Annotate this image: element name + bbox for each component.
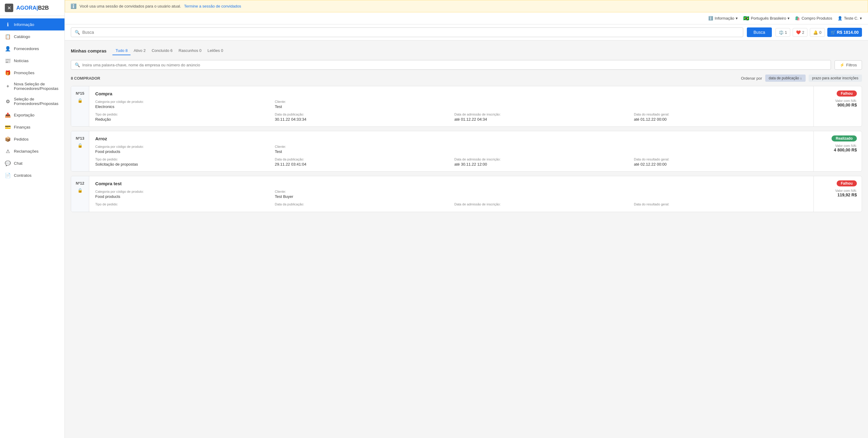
value-amount-p12: 119,92 R$ [835, 193, 857, 197]
chevron-down-icon: ▾ [787, 16, 789, 21]
sidebar-item-noticias[interactable]: 📰 Notícias [0, 55, 64, 67]
card-fields-p13: Categoria por código de produto: Food pr… [95, 145, 807, 167]
sidebar-label-catalogo: Catálogo [14, 34, 30, 39]
end-session-link[interactable]: Termine a sessão de convidados [184, 4, 241, 8]
main-content: ℹ️ Você usa uma sessão de convidados par… [65, 0, 868, 438]
purchase-card-p12[interactable]: Nº12 🔒 Compra test Categoria por código … [71, 176, 862, 212]
sidebar-item-chat[interactable]: 💬 Chat [0, 157, 64, 169]
user-menu[interactable]: 👤 Teste C. ▾ [838, 16, 862, 21]
sidebar-label-promocoes: Promoções [14, 70, 34, 75]
info-menu[interactable]: ℹ️ Informação ▾ [708, 16, 738, 21]
tab-tudo[interactable]: Tudo 8 [113, 47, 130, 55]
tab-leiloes[interactable]: Leilões 0 [204, 47, 226, 55]
sidebar-icon-contratos: 📄 [5, 172, 11, 178]
search-bar-area: 🔍 Busca ⚖️ 1 ❤️ 2 🔔 0 🛒 R$ 1814.00 [65, 24, 868, 40]
sidebar-icon-fornecedores: 👤 [5, 46, 11, 52]
card-title-p13: Arroz [95, 136, 807, 141]
sidebar-item-pedidos[interactable]: 📦 Pedidos [0, 133, 64, 145]
notifications-button[interactable]: 🔔 0 [810, 28, 825, 37]
sidebar-nav: ℹ Informação 📋 Catálogo 👤 Fornecedores 📰… [0, 16, 64, 438]
filter-button-label: Filtros [846, 63, 857, 67]
card-title-p15: Compra [95, 91, 807, 96]
card-left-p13: Nº13 🔒 [71, 131, 89, 171]
sidebar-icon-exportacao: 📤 [5, 112, 11, 118]
sort-deadline-button[interactable]: prazo para aceitar inscrições [809, 75, 862, 82]
content-area: Minhas compras Tudo 8Ativo 2Concluído 6R… [65, 40, 868, 438]
compare-button[interactable]: ⚖️ 1 [775, 28, 790, 37]
sidebar-item-contratos[interactable]: 📄 Contratos [0, 169, 64, 181]
purchase-card-p15[interactable]: Nº15 🔒 Compra Categoria por código de pr… [71, 86, 862, 127]
value-section-p12: Valor com IVA: 119,92 R$ [835, 189, 857, 197]
user-icon: 👤 [838, 16, 842, 21]
lock-icon-p13: 🔒 [78, 143, 83, 148]
tab-ativo[interactable]: Ativo 2 [130, 47, 149, 55]
client-field-p15: Cliente: Test [275, 100, 448, 109]
client-field-p12: Cliente: Test Buyer [275, 190, 448, 199]
favorites-button[interactable]: ❤️ 2 [793, 28, 807, 37]
pub-date-field-p12: Data da publicação: [275, 202, 448, 207]
category-field-p12: Categoria por código de produto: Food pr… [95, 190, 269, 199]
sidebar-item-reclamacoes[interactable]: ⚠ Reclamações [0, 145, 64, 157]
bell-icon: 🔔 [813, 30, 818, 35]
client-field-p13: Cliente: Test [275, 145, 448, 154]
sidebar-icon-selecao: ⚙ [5, 98, 11, 105]
card-number-p12: Nº12 [76, 181, 84, 185]
sidebar-icon-informacao: ℹ [5, 22, 11, 27]
results-header: 8 COMPRADOR Ordenar por data de publicaç… [71, 75, 862, 82]
value-label-p12: Valor com IVA: [835, 189, 857, 193]
tab-rascunhos[interactable]: Rascunhos 0 [176, 47, 205, 55]
filter-search-icon: 🔍 [75, 62, 80, 67]
sidebar-label-nova-selecao: Nova Seleção de Fornecedores/Propostas [14, 82, 60, 91]
sidebar-label-informacao: Informação [14, 22, 34, 27]
purchase-card-p13[interactable]: Nº13 🔒 Arroz Categoria por código de pro… [71, 131, 862, 172]
sidebar-label-financas: Finanças [14, 125, 30, 129]
sidebar-item-selecao[interactable]: ⚙ Seleção de Fornecedores/Propostas [0, 94, 64, 109]
sidebar-item-exportacao[interactable]: 📤 Exportação [0, 109, 64, 121]
sort-publication-date-button[interactable]: data de publicação ↓ [765, 75, 806, 82]
sidebar-icon-reclamacoes: ⚠ [5, 148, 11, 154]
value-amount-p13: 4 800,00 R$ [834, 147, 857, 152]
tabs-row: Minhas compras Tudo 8Ativo 2Concluído 6R… [71, 47, 862, 55]
sidebar-label-chat: Chat [14, 161, 23, 166]
sidebar-item-catalogo[interactable]: 📋 Catálogo [0, 30, 64, 42]
sidebar-header: ✕ AGORA|B2B [0, 0, 64, 16]
filter-icon: ⚡ [840, 63, 844, 67]
shop-menu[interactable]: 🛍️ Compro Produtos [795, 16, 832, 21]
card-body-p15: Compra Categoria por código de produto: … [89, 86, 813, 126]
value-section-p13: Valor com IVA: 4 800,00 R$ [834, 144, 857, 152]
admission-field-p15: Data de admissão de inscrição: até 01.12… [455, 113, 628, 122]
language-label: Português Brasileiro [751, 16, 786, 21]
sidebar-icon-financas: 💳 [5, 124, 11, 130]
filter-button[interactable]: ⚡ Filtros [835, 60, 862, 70]
cart-button[interactable]: 🛒 R$ 1814.00 [827, 28, 862, 37]
lock-icon-p12: 🔒 [78, 188, 83, 193]
sidebar-item-financas[interactable]: 💳 Finanças [0, 121, 64, 133]
search-button[interactable]: Busca [747, 27, 772, 37]
sidebar-label-contratos: Contratos [14, 173, 32, 178]
filter-search-row: 🔍 ⚡ Filtros [71, 60, 862, 70]
sidebar-item-fornecedores[interactable]: 👤 Fornecedores [0, 42, 64, 55]
tab-concluido[interactable]: Concluído 6 [149, 47, 176, 55]
search-input[interactable] [82, 30, 739, 35]
sidebar-item-promocoes[interactable]: 🎁 Promoções [0, 67, 64, 79]
card-left-p15: Nº15 🔒 [71, 86, 89, 126]
banner-text: Você usa uma sessão de convidados para o… [80, 4, 181, 8]
language-menu[interactable]: 🇧🇷 Português Brasileiro ▾ [743, 16, 789, 21]
result-field-p15: Data do resultado geral: até 01.12.22 00… [634, 113, 807, 122]
filter-input[interactable] [82, 63, 827, 67]
sidebar-item-nova-selecao[interactable]: + Nova Seleção de Fornecedores/Propostas [0, 79, 64, 94]
sidebar-icon-noticias: 📰 [5, 58, 11, 64]
sidebar-label-fornecedores: Fornecedores [14, 47, 39, 51]
sidebar-item-informacao[interactable]: ℹ Informação [0, 19, 64, 30]
scale-icon: ⚖️ [779, 30, 784, 35]
status-badge-p12: Falhou [837, 180, 857, 186]
user-label: Teste C. [844, 16, 858, 21]
chevron-down-icon: ▾ [736, 16, 738, 21]
close-sidebar-button[interactable]: ✕ [5, 4, 13, 12]
cart-amount: R$ 1814.00 [837, 30, 859, 35]
status-badge-p15: Falhou [837, 90, 857, 96]
card-left-p12: Nº12 🔒 [71, 176, 89, 212]
card-number-p13: Nº13 [76, 136, 84, 141]
cart-icon: 🛒 [831, 30, 836, 35]
sidebar-label-reclamacoes: Reclamações [14, 149, 38, 153]
